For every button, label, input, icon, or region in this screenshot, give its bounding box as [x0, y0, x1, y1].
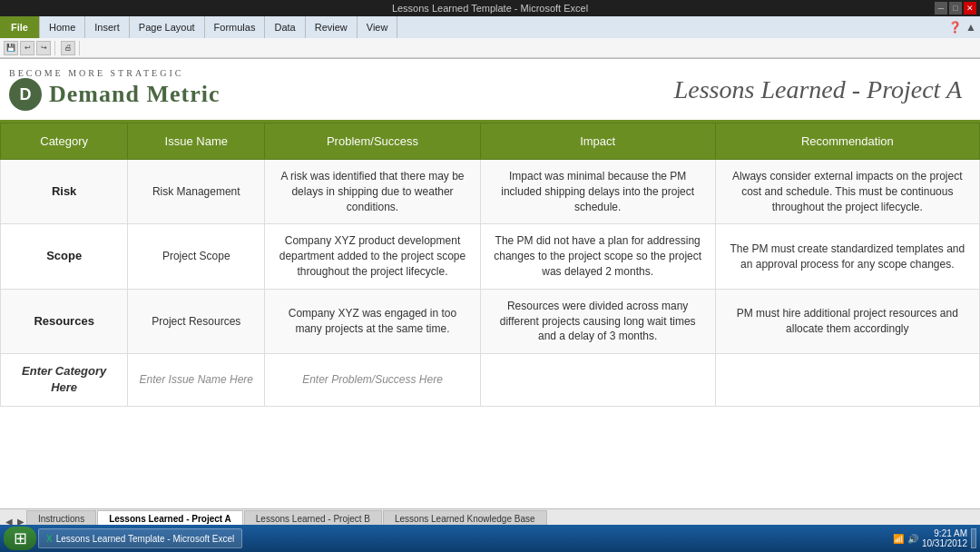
lessons-table: Category Issue Name Problem/Success Impa…	[0, 123, 980, 407]
cell-issue[interactable]: Project Scope	[128, 224, 265, 289]
cell-problem[interactable]: A risk was identified that there may be …	[265, 160, 480, 224]
cell-category[interactable]: Risk	[1, 160, 128, 224]
header-problem: Problem/Success	[265, 123, 480, 160]
clock-time: 9:21 AM	[922, 528, 967, 538]
ribbon-tab-bar: File Home Insert Page Layout Formulas Da…	[0, 16, 980, 38]
title-bar: Lessons Learned Template - Microsoft Exc…	[0, 0, 980, 16]
taskbar-app-excel[interactable]: X Lessons Learned Template - Microsoft E…	[38, 528, 242, 548]
volume-icon: 🔊	[907, 534, 918, 544]
network-icon: 📶	[893, 534, 904, 544]
table-row[interactable]: Enter Category HereEnter Issue Name Here…	[1, 354, 980, 406]
time-display: 9:21 AM 10/31/2012	[922, 528, 967, 548]
cell-category[interactable]: Enter Category Here	[1, 354, 128, 406]
cell-issue[interactable]: Project Resources	[128, 289, 265, 353]
cell-problem[interactable]: Company XYZ was engaged in too many proj…	[265, 289, 480, 353]
cell-impact[interactable]: Resources were divided across many diffe…	[480, 289, 715, 353]
taskbar-app-label: Lessons Learned Template - Microsoft Exc…	[56, 534, 235, 544]
tab-insert[interactable]: Insert	[85, 16, 130, 38]
logo-area: Become More Strategic D Demand Metric	[9, 68, 220, 111]
cell-recommendation[interactable]: The PM must create standardized template…	[715, 224, 979, 289]
header-impact: Impact	[480, 123, 715, 160]
cell-recommendation[interactable]: Always consider external impacts on the …	[715, 160, 979, 224]
maximize-button[interactable]: □	[949, 2, 962, 15]
tab-review[interactable]: Review	[306, 16, 358, 38]
help-icon[interactable]: ❓	[948, 21, 962, 34]
ribbon: File Home Insert Page Layout Formulas Da…	[0, 16, 980, 59]
minimize-ribbon-icon[interactable]: ▲	[965, 21, 976, 34]
header-category: Category	[1, 123, 128, 160]
cell-recommendation[interactable]: PM must hire additional project resource…	[715, 289, 979, 353]
print-icon[interactable]: 🖨	[61, 41, 75, 55]
cell-recommendation[interactable]	[715, 354, 979, 406]
undo-icon[interactable]: ↩	[20, 41, 34, 55]
cell-category[interactable]: Resources	[1, 289, 128, 353]
title-bar-text: Lessons Learned Template - Microsoft Exc…	[392, 3, 588, 14]
tab-data[interactable]: Data	[265, 16, 305, 38]
excel-icon: X	[46, 534, 53, 544]
taskbar: ⊞ X Lessons Learned Template - Microsoft…	[0, 525, 980, 552]
save-icon[interactable]: 💾	[4, 41, 18, 55]
show-desktop-btn[interactable]	[971, 528, 976, 548]
logo-tagline: Become More Strategic	[9, 68, 220, 78]
clock-date: 10/31/2012	[922, 538, 967, 548]
table-row[interactable]: ResourcesProject ResourcesCompany XYZ wa…	[1, 289, 980, 353]
table-header-row: Category Issue Name Problem/Success Impa…	[1, 123, 980, 160]
cell-category[interactable]: Scope	[1, 224, 128, 289]
table-row[interactable]: ScopeProject ScopeCompany XYZ product de…	[1, 224, 980, 289]
main-content: Category Issue Name Problem/Success Impa…	[0, 123, 980, 407]
tab-formulas[interactable]: Formulas	[205, 16, 266, 38]
page-title: Lessons Learned - Project A	[674, 75, 962, 104]
cell-impact[interactable]	[480, 354, 715, 406]
tab-page-layout[interactable]: Page Layout	[130, 16, 205, 38]
cell-issue[interactable]: Risk Management	[128, 160, 265, 224]
header-issue: Issue Name	[128, 123, 265, 160]
minimize-button[interactable]: ─	[935, 2, 947, 15]
tab-file[interactable]: File	[0, 16, 40, 38]
start-button[interactable]: ⊞	[4, 527, 36, 550]
app-header: Become More Strategic D Demand Metric Le…	[0, 59, 980, 123]
table-row[interactable]: RiskRisk ManagementA risk was identified…	[1, 160, 980, 224]
redo-icon[interactable]: ↪	[36, 41, 51, 55]
close-button[interactable]: ✕	[964, 2, 976, 15]
sheet-tabs: ◀ ▶ InstructionsLessons Learned - Projec…	[0, 508, 980, 527]
cell-impact[interactable]: The PM did not have a plan for addressin…	[480, 224, 715, 289]
tab-home[interactable]: Home	[40, 16, 85, 38]
cell-problem[interactable]: Company XYZ product development departme…	[265, 224, 480, 289]
header-recommendation: Recommendation	[715, 123, 979, 160]
logo-name: Demand Metric	[49, 81, 220, 108]
cell-impact[interactable]: Impact was minimal because the PM includ…	[480, 160, 715, 224]
cell-problem[interactable]: Enter Problem/Success Here	[265, 354, 480, 406]
quick-access-toolbar: 💾 ↩ ↪ 🖨	[0, 38, 980, 58]
taskbar-right: 📶 🔊 9:21 AM 10/31/2012	[893, 528, 976, 548]
logo-icon: D	[9, 78, 42, 111]
tab-view[interactable]: View	[358, 16, 398, 38]
cell-issue[interactable]: Enter Issue Name Here	[128, 354, 265, 406]
taskbar-left: ⊞ X Lessons Learned Template - Microsoft…	[4, 527, 242, 550]
